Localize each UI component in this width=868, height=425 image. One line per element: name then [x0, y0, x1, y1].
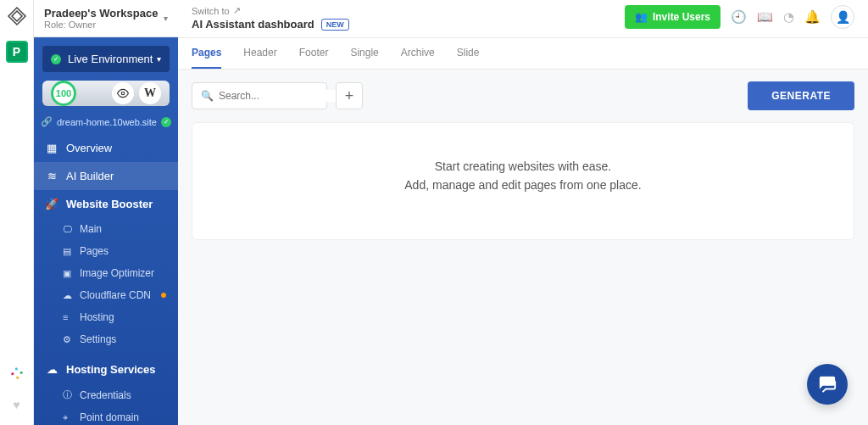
app-logo[interactable]: [6, 5, 28, 27]
nav-label: Hosting Services: [66, 363, 156, 376]
tab-slide[interactable]: Slide: [457, 38, 480, 69]
chat-fab[interactable]: [807, 364, 848, 405]
sub-main[interactable]: 🖵Main: [34, 218, 178, 240]
tabs: Pages Header Footer Single Archive Slide: [178, 38, 868, 70]
page-icon: ▤: [63, 246, 73, 257]
topbar: Switch to ↗ AI Assistant dashboard NEW 👥…: [178, 0, 868, 38]
new-badge: NEW: [321, 19, 349, 31]
layers-icon: ≋: [46, 170, 58, 182]
search-icon: 🔍: [201, 90, 214, 102]
bell-icon[interactable]: 🔔: [804, 9, 821, 25]
site-url: dream-home.10web.site: [57, 117, 157, 127]
slack-icon[interactable]: [9, 366, 25, 384]
main-area: Switch to ↗ AI Assistant dashboard NEW 👥…: [178, 0, 868, 425]
site-preview-card: 100 W: [42, 81, 170, 106]
environment-label: Live Environment: [68, 53, 153, 65]
empty-line-2: Add, manage and edit pages from one plac…: [209, 176, 837, 194]
image-icon: ▣: [63, 268, 73, 279]
empty-line-1: Start creating websites with ease.: [209, 157, 837, 176]
nav-label: AI Builder: [66, 170, 114, 182]
grid-icon: ▦: [46, 142, 58, 154]
chevron-down-icon: ▾: [157, 54, 161, 64]
workspace-name: Pradeep's Workspace: [44, 7, 158, 20]
search-input[interactable]: [219, 90, 346, 102]
preview-button[interactable]: [112, 82, 134, 104]
monitor-icon: 🖵: [63, 224, 73, 234]
rocket-icon: 🚀: [46, 198, 58, 210]
tab-single[interactable]: Single: [350, 38, 378, 69]
workspace-badge[interactable]: P: [6, 41, 28, 63]
nav-website-booster[interactable]: 🚀 Website Booster: [34, 190, 178, 218]
nav-hosting-services[interactable]: ☁ Hosting Services: [34, 355, 178, 383]
sub-pages[interactable]: ▤Pages: [34, 240, 178, 262]
sub-settings[interactable]: ⚙Settings: [34, 328, 178, 350]
pie-icon[interactable]: ◔: [783, 9, 794, 25]
switch-to-link[interactable]: Switch to ↗: [192, 5, 349, 16]
sub-cloudflare[interactable]: ☁Cloudflare CDN: [34, 284, 178, 306]
sidebar: Pradeep's Workspace Role: Owner ▾ Live E…: [34, 0, 178, 425]
sub-credentials[interactable]: ⓘCredentials: [34, 383, 178, 406]
toolbar: 🔍 + GENERATE: [178, 70, 868, 122]
heart-icon[interactable]: ♥: [13, 398, 19, 411]
cloud-icon: ☁: [63, 290, 73, 301]
sub-hosting[interactable]: ≡Hosting: [34, 306, 178, 328]
generate-button[interactable]: GENERATE: [748, 81, 854, 110]
nav-label: Website Booster: [66, 198, 153, 210]
clock-icon[interactable]: 🕘: [731, 9, 747, 25]
sub-image-optimizer[interactable]: ▣Image Optimizer: [34, 262, 178, 284]
search-box[interactable]: 🔍: [192, 82, 327, 109]
svg-point-0: [121, 92, 125, 95]
verified-icon: ✓: [161, 117, 171, 127]
tab-pages[interactable]: Pages: [192, 38, 221, 69]
empty-state: Start creating websites with ease. Add, …: [192, 122, 854, 240]
link-icon: 🔗: [41, 116, 53, 127]
left-rail: P ♥: [0, 0, 34, 425]
alert-dot-icon: [161, 293, 166, 298]
add-button[interactable]: +: [336, 82, 363, 109]
server-icon: ≡: [63, 312, 73, 322]
gear-icon: ⚙: [63, 334, 73, 345]
nav-ai-builder[interactable]: ≋ AI Builder: [34, 162, 178, 190]
cloud-icon: ☁: [46, 363, 58, 376]
workspace-role: Role: Owner: [44, 20, 158, 30]
tab-archive[interactable]: Archive: [401, 38, 435, 69]
user-plus-icon: 👥: [635, 11, 648, 23]
workspace-selector[interactable]: Pradeep's Workspace Role: Owner ▾: [34, 0, 178, 37]
book-icon[interactable]: 📖: [757, 9, 773, 25]
invite-users-button[interactable]: 👥 Invite Users: [625, 5, 721, 29]
nav-label: Overview: [66, 142, 112, 154]
performance-score: 100: [51, 81, 76, 106]
tab-header[interactable]: Header: [243, 38, 276, 69]
site-url-row[interactable]: 🔗 dream-home.10web.site ✓: [34, 113, 178, 134]
user-avatar[interactable]: 👤: [831, 5, 854, 29]
sub-point-domain[interactable]: ⌖Point domain: [34, 406, 178, 425]
status-dot-icon: [51, 54, 61, 64]
external-link-icon: ↗: [233, 5, 241, 16]
info-icon: ⓘ: [63, 389, 73, 401]
environment-selector[interactable]: Live Environment ▾: [42, 46, 170, 72]
tab-footer[interactable]: Footer: [299, 38, 329, 69]
nav-overview[interactable]: ▦ Overview: [34, 134, 178, 162]
page-title: AI Assistant dashboard: [192, 18, 314, 31]
wordpress-button[interactable]: W: [139, 82, 161, 104]
chevron-down-icon: ▾: [164, 14, 168, 23]
globe-icon: ⌖: [63, 412, 73, 423]
